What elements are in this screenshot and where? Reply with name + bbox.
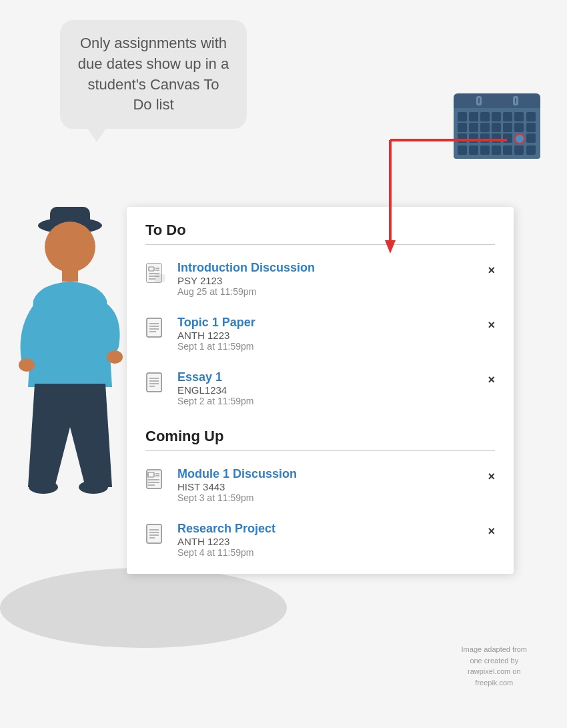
calendar-cell: [503, 123, 512, 132]
section-title-todo: To Do: [127, 207, 514, 244]
svg-point-6: [29, 480, 58, 494]
calendar-ring-right: [513, 96, 518, 105]
item-content-intro-discussion: Introduction Discussion PSY 2123 Aug 25 …: [177, 261, 477, 297]
calendar-cell: [469, 145, 478, 155]
svg-point-4: [107, 350, 123, 364]
calendar-cell: [480, 123, 490, 132]
calendar-cell: [458, 112, 467, 121]
todo-item-intro-discussion: Introduction Discussion PSY 2123 Aug 25 …: [127, 252, 514, 306]
document-icon-research: [145, 523, 167, 547]
svg-rect-20: [147, 318, 161, 337]
todo-item-module1-discussion: Module 1 Discussion HIST 3443 Sept 3 at …: [127, 458, 514, 512]
calendar-cell: [526, 123, 536, 132]
calendar-cell: [514, 145, 524, 155]
calendar-cell: [526, 133, 536, 143]
calendar-cell: [480, 145, 490, 155]
calendar-cell: [458, 123, 467, 132]
calendar-cell: [469, 112, 478, 121]
item-due-module1-discussion: Sept 3 at 11:59pm: [177, 492, 477, 503]
calendar-top: [454, 93, 540, 108]
svg-point-2: [45, 222, 95, 272]
watermark-text: Image adapted fromone created byrawpixel…: [462, 645, 527, 687]
todo-item-topic1-paper: Topic 1 Paper ANTH 1223 Sept 1 at 11:59p…: [127, 306, 514, 361]
item-due-research-project: Sept 4 at 11:59pm: [177, 547, 477, 558]
discussion-icon: [145, 262, 167, 286]
close-module1-discussion[interactable]: ×: [488, 470, 495, 484]
item-content-research-project: Research Project ANTH 1223 Sept 4 at 11:…: [177, 522, 477, 558]
document-icon-essay1: [145, 372, 167, 396]
item-course-intro-discussion: PSY 2123: [177, 275, 477, 286]
calendar-cell: [492, 145, 501, 155]
calendar-cell: [526, 112, 536, 121]
divider-coming-up: [145, 450, 495, 451]
calendar-cell: [514, 112, 524, 121]
todo-item-research-project: Research Project ANTH 1223 Sept 4 at 11:…: [127, 512, 514, 574]
item-course-essay1: ENGL1234: [177, 384, 477, 396]
close-essay1[interactable]: ×: [488, 373, 495, 387]
item-due-topic1-paper: Sept 1 at 11:59pm: [177, 341, 477, 352]
calendar-cell: [458, 133, 467, 143]
ground-shadow: [0, 568, 287, 648]
document-icon-topic1: [145, 317, 167, 341]
item-title-intro-discussion[interactable]: Introduction Discussion: [177, 261, 477, 275]
item-course-module1-discussion: HIST 3443: [177, 481, 477, 492]
calendar-cell: [526, 145, 536, 155]
svg-rect-19: [155, 274, 165, 282]
item-title-research-project[interactable]: Research Project: [177, 522, 477, 536]
calendar-cell: [458, 145, 467, 155]
calendar-body: [454, 108, 540, 159]
calendar-cell: [492, 123, 501, 132]
close-research-project[interactable]: ×: [488, 524, 495, 538]
calendar-cell: [503, 112, 512, 121]
watermark: Image adapted fromone created byrawpixel…: [462, 644, 527, 688]
discussion-icon-module1: [145, 468, 167, 492]
item-title-essay1[interactable]: Essay 1: [177, 370, 477, 384]
close-intro-discussion[interactable]: ×: [488, 264, 495, 278]
calendar-grid: [458, 112, 536, 155]
section-title-coming-up: Coming Up: [127, 416, 514, 450]
item-due-essay1: Sept 2 at 11:59pm: [177, 396, 477, 406]
calendar-ring-left: [476, 96, 482, 105]
todo-item-essay1: Essay 1 ENGL1234 Sept 2 at 11:59pm ×: [127, 361, 514, 416]
item-course-topic1-paper: ANTH 1223: [177, 330, 477, 341]
person-illustration: [13, 107, 137, 494]
todo-panel: To Do Introduction Discussion PSY 2123 A…: [127, 207, 514, 574]
calendar-cell: [503, 145, 512, 155]
calendar-cell: [480, 112, 490, 121]
item-title-module1-discussion[interactable]: Module 1 Discussion: [177, 467, 477, 481]
calendar-highlighted-cell: [514, 133, 525, 144]
calendar-cell: [492, 112, 501, 121]
calendar-cell: [503, 133, 512, 143]
item-content-essay1: Essay 1 ENGL1234 Sept 2 at 11:59pm: [177, 370, 477, 406]
item-course-research-project: ANTH 1223: [177, 536, 477, 547]
calendar-cell: [469, 123, 478, 132]
speech-bubble-text: Only assignments with due dates show up …: [78, 35, 229, 113]
svg-rect-25: [147, 373, 161, 392]
svg-point-5: [19, 358, 35, 372]
calendar-cell: [514, 123, 524, 132]
close-topic1-paper[interactable]: ×: [488, 318, 495, 332]
calendar-cell: [492, 133, 501, 143]
item-due-intro-discussion: Aug 25 at 11:59pm: [177, 286, 477, 297]
svg-rect-3: [62, 268, 78, 282]
item-title-topic1-paper[interactable]: Topic 1 Paper: [177, 316, 477, 330]
calendar-cell: [469, 133, 478, 143]
svg-rect-37: [147, 524, 161, 543]
item-content-module1-discussion: Module 1 Discussion HIST 3443 Sept 3 at …: [177, 467, 477, 503]
svg-point-7: [79, 480, 108, 494]
calendar-cell: [480, 133, 490, 143]
divider-todo: [145, 244, 495, 245]
calendar: [454, 93, 540, 159]
speech-bubble: Only assignments with due dates show up …: [60, 20, 247, 129]
item-content-topic1-paper: Topic 1 Paper ANTH 1223 Sept 1 at 11:59p…: [177, 316, 477, 352]
